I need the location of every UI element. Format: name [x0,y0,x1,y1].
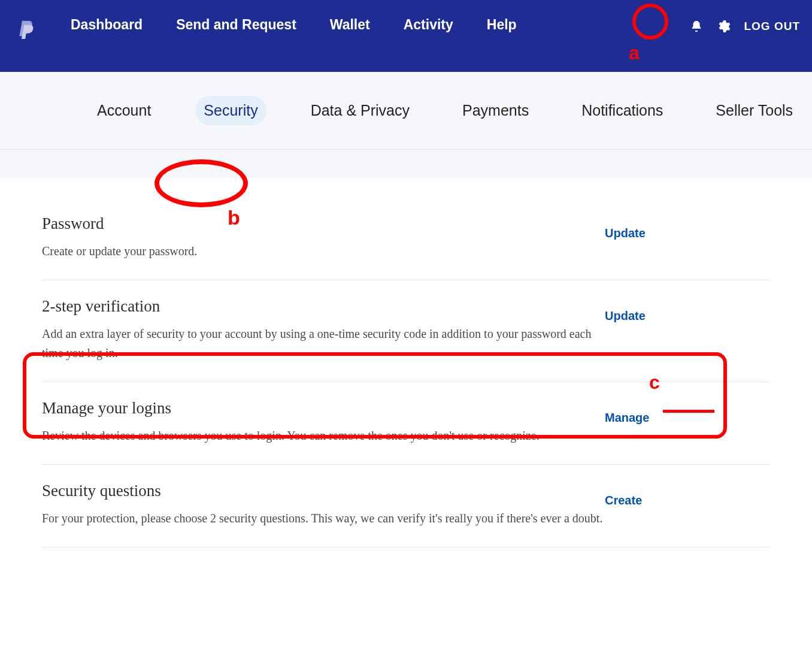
tab-payments[interactable]: Payments [454,96,537,125]
annotation-rect-c [23,352,727,439]
tab-account[interactable]: Account [89,96,159,125]
section-2step-title: 2-step verification [42,297,605,316]
tab-seller-tools[interactable]: Seller Tools [707,96,801,125]
section-password: Password Create or update your password.… [42,214,770,280]
settings-subnav: Account Security Data & Privacy Payments… [0,72,812,150]
paypal-logo-icon[interactable] [18,20,35,43]
tab-security[interactable]: Security [195,96,266,125]
annotation-circle-a [632,4,668,40]
section-questions-title: Security questions [42,482,605,500]
annotation-underline-c [663,410,714,413]
nav-dashboard[interactable]: Dashboard [71,17,143,33]
nav-help[interactable]: Help [487,17,517,33]
settings-gear-icon[interactable] [716,19,731,34]
nav-activity[interactable]: Activity [404,17,453,33]
annotation-label-a: a [629,42,640,64]
settings-tabs: Account Security Data & Privacy Payments… [89,96,801,125]
spacer-strip [0,150,812,179]
section-password-title: Password [42,214,605,233]
questions-create-link[interactable]: Create [605,494,642,507]
annotation-label-b: b [228,206,240,229]
top-right-controls: LOG OUT [690,19,800,34]
notifications-icon[interactable] [690,19,703,34]
nav-wallet[interactable]: Wallet [330,17,370,33]
password-update-link[interactable]: Update [605,226,646,240]
primary-nav: Dashboard Send and Request Wallet Activi… [71,17,517,33]
section-questions: Security questions For your protection, … [42,465,770,548]
tab-notifications[interactable]: Notifications [573,96,671,125]
logout-link[interactable]: LOG OUT [744,20,800,33]
2step-update-link[interactable]: Update [605,309,646,323]
top-navigation: Dashboard Send and Request Wallet Activi… [0,0,812,72]
section-password-desc: Create or update your password. [42,241,605,261]
nav-send-request[interactable]: Send and Request [176,17,296,33]
section-questions-desc: For your protection, please choose 2 sec… [42,509,605,528]
annotation-ellipse-b [154,159,248,207]
annotation-label-c: c [649,371,660,394]
tab-data-privacy[interactable]: Data & Privacy [302,96,418,125]
